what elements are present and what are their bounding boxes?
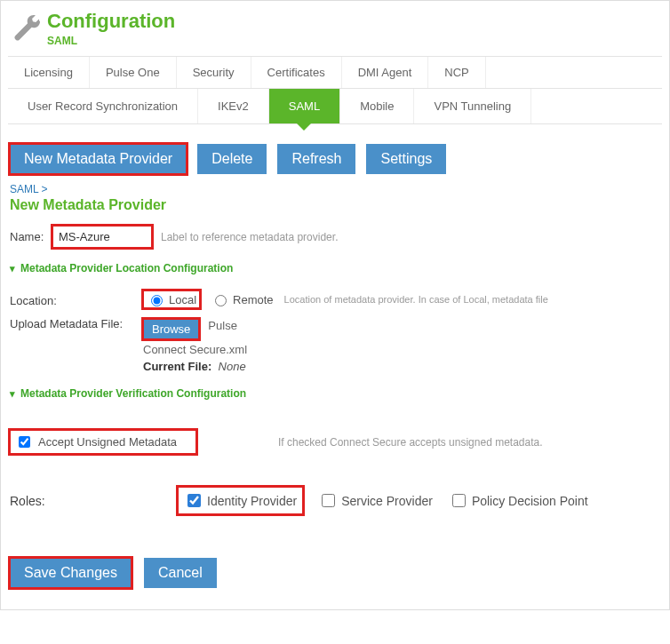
role-policy-decision-point-group: Policy Decision Point [449,491,588,510]
wrench-icon [12,13,42,44]
selected-file-name: Connect Secure.xml [143,343,660,356]
role-identity-provider-group: Identity Provider [179,488,302,513]
role-policy-decision-point-label: Policy Decision Point [472,494,588,508]
section-verification-label: Metadata Provider Verification Configura… [20,387,246,400]
delete-button[interactable]: Delete [197,144,267,174]
section-verification-config[interactable]: ▾ Metadata Provider Verification Configu… [10,387,662,400]
role-service-provider-group: Service Provider [318,491,433,510]
tab-user-record-sync[interactable]: User Record Synchronization [8,89,198,123]
tabs-secondary: User Record Synchronization IKEv2 SAML M… [8,89,662,124]
name-label: Name: [10,230,52,243]
form-title: New Metadata Provider [10,197,662,213]
location-remote-radio[interactable] [215,295,227,306]
section-location-config[interactable]: ▾ Metadata Provider Location Configurati… [10,262,662,274]
location-local-group: Local [143,290,200,308]
upload-label: Upload Metadata File: [10,314,143,330]
tab-dmi-agent[interactable]: DMI Agent [342,57,429,88]
tabs-primary: Licensing Pulse One Security Certificate… [8,56,662,89]
name-input[interactable] [52,226,152,248]
roles-row: Roles: Identity Provider Service Provide… [10,488,660,513]
role-policy-decision-point-checkbox[interactable] [452,494,466,507]
location-local-label: Local [169,293,196,306]
roles-label: Roles: [10,494,179,508]
name-row: Name: Label to reference metadata provid… [10,226,660,248]
footer-actions: Save Changes Cancel [10,558,660,588]
current-file-row: Current File: None [143,360,660,373]
section-location-label: Metadata Provider Location Configuration [20,262,233,274]
tab-ikev2[interactable]: IKEv2 [198,89,269,123]
accept-unsigned-hint: If checked Connect Secure accepts unsign… [278,436,543,449]
refresh-button[interactable]: Refresh [277,144,355,174]
current-file-label: Current File: [143,360,211,373]
settings-button[interactable]: Settings [366,144,446,174]
location-label: Location: [10,290,143,307]
tab-vpn-tunneling[interactable]: VPN Tunneling [414,89,531,123]
save-changes-button[interactable]: Save Changes [10,558,132,588]
page-subtitle: SAML [47,35,175,47]
cancel-button[interactable]: Cancel [144,558,217,588]
role-identity-provider-label: Identity Provider [207,494,297,508]
tab-ncp[interactable]: NCP [428,57,485,88]
location-hint: Location of metadata provider. In case o… [284,294,548,305]
file-side-text: Pulse [208,319,237,332]
location-remote-group: Remote [207,290,277,308]
tab-saml[interactable]: SAML [269,89,340,123]
tab-pulse-one[interactable]: Pulse One [90,57,177,88]
role-service-provider-label: Service Provider [341,494,433,508]
role-service-provider-checkbox[interactable] [322,494,335,507]
location-local-radio[interactable] [151,295,163,306]
tab-mobile[interactable]: Mobile [340,89,414,123]
chevron-down-icon: ▾ [10,388,15,400]
page-title: Configuration [47,10,175,33]
role-identity-provider-checkbox[interactable] [187,494,201,507]
accept-unsigned-group: Accept Unsigned Metadata [10,430,196,454]
accept-unsigned-label: Accept Unsigned Metadata [38,435,177,449]
breadcrumb[interactable]: SAML > [10,183,662,195]
tab-security[interactable]: Security [177,57,251,88]
page-header: Configuration SAML [8,1,662,52]
tab-certificates[interactable]: Certificates [251,57,342,88]
accept-unsigned-checkbox[interactable] [19,436,30,448]
current-file-value: None [219,360,246,373]
browse-button[interactable]: Browse [143,319,199,339]
location-remote-label: Remote [233,293,274,306]
tab-licensing[interactable]: Licensing [8,57,90,88]
name-hint: Label to reference metadata provider. [161,231,338,243]
new-metadata-provider-button[interactable]: New Metadata Provider [10,144,187,174]
toolbar: New Metadata Provider Delete Refresh Set… [8,144,662,174]
chevron-down-icon: ▾ [10,263,15,274]
